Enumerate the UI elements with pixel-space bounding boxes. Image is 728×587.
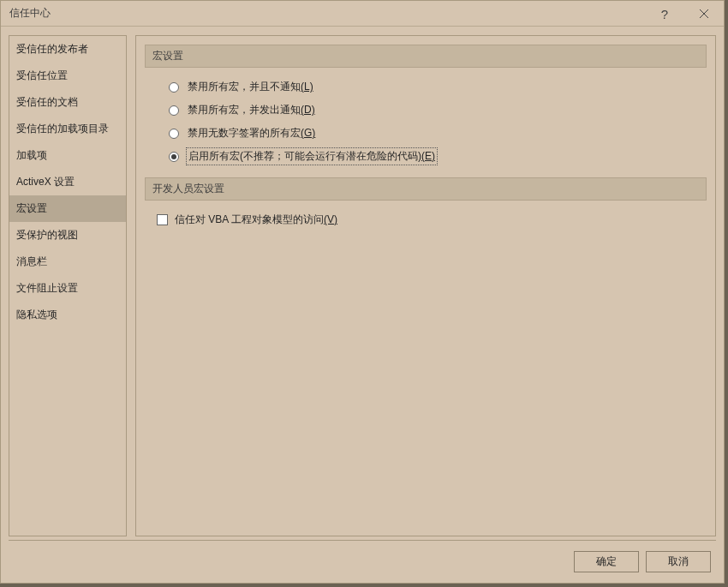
macro-radio-group: 禁用所有宏，并且不通知(L)禁用所有宏，并发出通知(D)禁用无数字签署的所有宏(… [145,80,707,164]
main-panel: 宏设置 禁用所有宏，并且不通知(L)禁用所有宏，并发出通知(D)禁用无数字签署的… [135,35,716,536]
sidebar-item-7[interactable]: 受保护的视图 [9,222,126,249]
sidebar-item-8[interactable]: 消息栏 [9,249,126,275]
cancel-button[interactable]: 取消 [646,551,711,572]
title-bar: 信任中心 ? [1,1,724,27]
sidebar-item-0[interactable]: 受信任的发布者 [9,36,126,63]
ok-button[interactable]: 确定 [574,551,639,572]
help-button[interactable]: ? [645,1,684,27]
trust-vba-label: 信任对 VBA 工程对象模型的访问(V) [175,213,337,227]
macro-option-row-3[interactable]: 启用所有宏(不推荐；可能会运行有潜在危险的代码)(E) [169,149,707,164]
sidebar-item-2[interactable]: 受信任的文档 [9,89,126,116]
sidebar-item-9[interactable]: 文件阻止设置 [9,275,126,302]
macro-option-label-0: 禁用所有宏，并且不通知(L) [188,80,313,94]
macro-option-row-2[interactable]: 禁用无数字签署的所有宏(G) [169,126,707,141]
title-bar-buttons: ? [645,1,724,27]
sidebar-item-5[interactable]: ActiveX 设置 [9,169,126,195]
content-area: 受信任的发布者受信任位置受信任的文档受信任的加载项目录加载项ActiveX 设置… [1,27,724,536]
close-button[interactable] [684,1,724,27]
sidebar-item-6[interactable]: 宏设置 [9,195,126,222]
trust-vba-row[interactable]: 信任对 VBA 工程对象模型的访问(V) [157,213,707,227]
macro-option-radio-2[interactable] [169,129,179,139]
macro-option-label-2: 禁用无数字签署的所有宏(G) [188,126,315,141]
dialog-footer: 确定 取消 [9,540,716,583]
sidebar-item-4[interactable]: 加载项 [9,142,126,169]
macro-settings-header: 宏设置 [145,45,707,68]
macro-option-radio-1[interactable] [169,105,179,116]
macro-option-radio-0[interactable] [169,82,179,93]
macro-option-label-1: 禁用所有宏，并发出通知(D) [188,103,315,117]
sidebar-item-10[interactable]: 隐私选项 [9,302,126,328]
developer-checkbox-group: 信任对 VBA 工程对象模型的访问(V) [145,213,707,227]
developer-settings-header: 开发人员宏设置 [145,177,707,201]
sidebar-item-1[interactable]: 受信任位置 [9,63,126,89]
sidebar-item-3[interactable]: 受信任的加载项目录 [9,116,126,142]
dialog-title: 信任中心 [9,6,51,21]
macro-option-row-0[interactable]: 禁用所有宏，并且不通知(L) [169,80,707,94]
macro-option-label-3: 启用所有宏(不推荐；可能会运行有潜在危险的代码)(E) [188,149,436,164]
sidebar: 受信任的发布者受信任位置受信任的文档受信任的加载项目录加载项ActiveX 设置… [9,35,127,536]
help-icon: ? [661,7,668,21]
macro-option-radio-3[interactable] [169,152,179,162]
trust-vba-checkbox[interactable] [157,214,168,225]
close-icon [700,7,708,21]
macro-option-row-1[interactable]: 禁用所有宏，并发出通知(D) [169,103,707,117]
trust-center-dialog: 信任中心 ? 受信任的发布者受信任位置受信任的文档受信任的加载项目录加载项Act… [0,0,725,584]
